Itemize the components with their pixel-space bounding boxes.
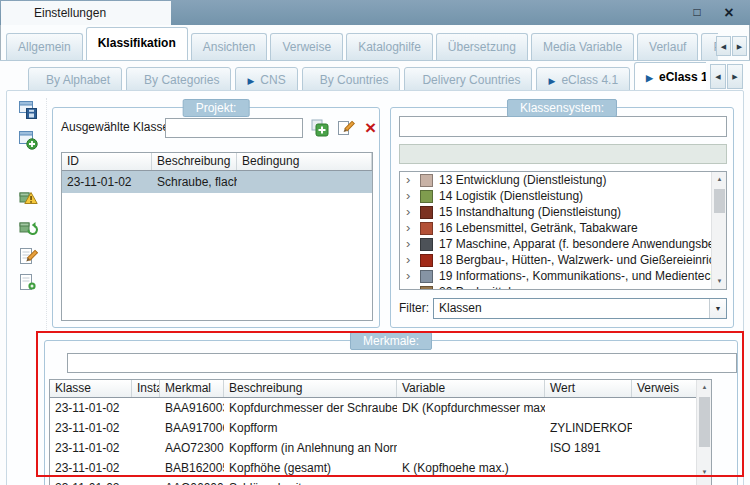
tree-item-18[interactable]: › 18 Bergbau-, Hütten-, Walzwerk- und Gi… bbox=[400, 252, 726, 268]
dropdown-arrow-icon[interactable]: ▼ bbox=[709, 299, 726, 318]
cell-instanz bbox=[132, 438, 160, 458]
column-header-variable[interactable]: Variable bbox=[397, 380, 545, 397]
edit-class-button[interactable] bbox=[337, 119, 355, 137]
tab-uebersetzung[interactable]: Übersetzung bbox=[436, 33, 528, 60]
tab-delivery-countries[interactable]: Delivery Countries bbox=[404, 67, 532, 92]
column-header-merkmal[interactable]: Merkmal bbox=[160, 380, 224, 397]
scroll-up-icon[interactable]: ▲ bbox=[712, 172, 727, 187]
tab-eclass-1001[interactable]: ▶eClass 10.0.1 bbox=[634, 62, 706, 92]
tab-cns[interactable]: ▶CNS bbox=[235, 67, 297, 92]
merkmale-row-1[interactable]: 23-11-01-02 BAA916003 Kopfdurchmesser de… bbox=[50, 398, 711, 418]
scroll-left-icon[interactable]: ◀ bbox=[710, 64, 726, 89]
tree-item-20[interactable]: › 20 Packmittel bbox=[400, 284, 726, 290]
scroll-right-icon[interactable]: ▶ bbox=[727, 64, 743, 89]
cell-beschreibung: Kopfform bbox=[224, 418, 397, 438]
tree-item-label: 20 Packmittel bbox=[439, 285, 511, 290]
tab-by-alphabet[interactable]: By Alphabet bbox=[28, 67, 122, 92]
cell-variable bbox=[397, 418, 545, 438]
merkmale-row-5[interactable]: 23-11-01-02 AAO060002 Schlüsselweite bbox=[50, 478, 711, 485]
merkmale-filter-input[interactable] bbox=[67, 353, 737, 373]
cell-id: 23-11-01-02 bbox=[62, 171, 152, 193]
tree-expander-icon[interactable]: › bbox=[406, 189, 420, 203]
klassensystem-search-input[interactable] bbox=[399, 116, 727, 137]
tree-expander-icon[interactable]: › bbox=[406, 253, 420, 267]
toolbar-update-classification-button[interactable] bbox=[18, 216, 40, 238]
selected-classes-input[interactable] bbox=[165, 118, 303, 138]
column-header-instanz[interactable]: Instanz bbox=[132, 380, 160, 397]
column-header-beschreibung[interactable]: Beschreibung bbox=[224, 380, 397, 397]
delete-class-button[interactable]: × bbox=[365, 119, 376, 137]
cell-verweis bbox=[632, 458, 697, 478]
merkmale-row-2[interactable]: 23-11-01-02 BAA917006 Kopfform ZYLINDERK… bbox=[50, 418, 711, 438]
cell-merkmal: BAA916003 bbox=[160, 398, 224, 418]
merkmale-row-4[interactable]: 23-11-01-02 BAB162005 Kopfhöhe (gesamt) … bbox=[50, 458, 711, 478]
toolbar-save-view-button[interactable] bbox=[18, 100, 40, 122]
tree-item-17[interactable]: › 17 Maschine, Apparat (f. besondere Anw… bbox=[400, 236, 726, 252]
tree-item-19[interactable]: › 19 Informations-, Kommunikations-, und… bbox=[400, 268, 726, 284]
tree-expander-icon[interactable]: › bbox=[406, 173, 420, 187]
tab-eclass-41[interactable]: ▶eClass 4.1 bbox=[536, 67, 630, 92]
merkmale-table-header: Klasse Instanz Merkmal Beschreibung Vari… bbox=[50, 380, 711, 398]
expand-marker-icon: ▶ bbox=[548, 76, 555, 86]
tree-expander-icon[interactable]: › bbox=[406, 285, 420, 290]
projekt-table-row[interactable]: 23-11-01-02 Schraube, flach ... bbox=[62, 171, 372, 193]
merkmale-group-label: Merkmale: bbox=[350, 332, 432, 350]
merkmale-scrollbar[interactable]: ▲ ▼ bbox=[696, 380, 711, 485]
tree-item-label: 17 Maschine, Apparat (f. besondere Anwen… bbox=[439, 237, 727, 251]
toolbar-separator bbox=[46, 98, 47, 330]
tab-by-categories[interactable]: By Categories bbox=[126, 67, 231, 92]
cell-instanz bbox=[132, 458, 160, 478]
cell-wert bbox=[545, 478, 632, 485]
scroll-down-icon[interactable]: ▼ bbox=[697, 465, 712, 480]
tree-expander-icon[interactable]: › bbox=[406, 205, 420, 219]
column-header-wert[interactable]: Wert bbox=[545, 380, 632, 397]
add-class-button[interactable] bbox=[311, 119, 329, 137]
scroll-left-icon[interactable]: ◀ bbox=[716, 36, 731, 56]
cell-klasse: 23-11-01-02 bbox=[50, 458, 132, 478]
tree-item-label: 15 Instandhaltung (Dienstleistung) bbox=[439, 205, 621, 219]
cell-verweis bbox=[632, 438, 697, 458]
column-header-verweis[interactable]: Verweis bbox=[632, 380, 697, 397]
column-header-id[interactable]: ID bbox=[62, 153, 152, 170]
klassensystem-root-bar bbox=[399, 144, 727, 164]
tab-media-variable[interactable]: Media Variable bbox=[531, 33, 634, 60]
cell-verweis bbox=[632, 398, 697, 418]
merkmale-row-3[interactable]: 23-11-01-02 AAO723002 Kopfform (in Anleh… bbox=[50, 438, 711, 458]
add-view-icon bbox=[18, 130, 38, 150]
tree-item-13[interactable]: › 13 Entwicklung (Dienstleistung) bbox=[400, 172, 726, 188]
tree-item-16[interactable]: › 16 Lebensmittel, Getränk, Tabakware bbox=[400, 220, 726, 236]
close-button[interactable]: × bbox=[716, 2, 742, 23]
scrollbar-thumb[interactable] bbox=[714, 189, 725, 213]
toolbar-edit-document-button[interactable] bbox=[18, 246, 40, 268]
tab-allgemein[interactable]: Allgemein bbox=[6, 33, 83, 60]
klassensystem-group: Klassensystem: › 13 Entwicklung (Dienstl… bbox=[390, 107, 734, 328]
filter-dropdown[interactable]: Klassen ▼ bbox=[433, 298, 727, 319]
scrollbar-thumb[interactable] bbox=[699, 397, 710, 447]
tab-kataloghilfe[interactable]: Kataloghilfe bbox=[346, 33, 433, 60]
scroll-up-icon[interactable]: ▲ bbox=[697, 380, 712, 395]
maximize-button[interactable]: □ bbox=[684, 2, 710, 23]
tab-klassifikation[interactable]: Klassifikation bbox=[86, 27, 188, 60]
toolbar-document-settings-button[interactable] bbox=[18, 272, 40, 294]
tree-expander-icon[interactable]: › bbox=[406, 237, 420, 251]
cell-wert: ZYLINDERKOPF bbox=[545, 418, 632, 438]
tree-item-label: 13 Entwicklung (Dienstleistung) bbox=[439, 173, 606, 187]
tab-verweise[interactable]: Verweise bbox=[270, 33, 343, 60]
tab-by-countries[interactable]: By Countries bbox=[302, 67, 401, 92]
tree-expander-icon[interactable]: › bbox=[406, 269, 420, 283]
tab-ansichten[interactable]: Ansichten bbox=[191, 33, 268, 60]
scroll-down-icon[interactable]: ▼ bbox=[712, 274, 727, 289]
toolbar-add-view-button[interactable] bbox=[18, 130, 40, 152]
column-header-beschreibung[interactable]: Beschreibung bbox=[152, 153, 237, 170]
tree-scrollbar[interactable]: ▲ ▼ bbox=[711, 172, 726, 289]
cell-variable bbox=[397, 478, 545, 485]
tree-expander-icon[interactable]: › bbox=[406, 221, 420, 235]
scroll-right-icon[interactable]: ▶ bbox=[732, 36, 747, 56]
toolbar-check-classification-button[interactable] bbox=[18, 186, 40, 208]
column-header-bedingung[interactable]: Bedingung bbox=[237, 153, 372, 170]
tree-item-14[interactable]: › 14 Logistik (Dienstleistung) bbox=[400, 188, 726, 204]
column-header-klasse[interactable]: Klasse bbox=[50, 380, 132, 397]
tab-verlauf[interactable]: Verlauf bbox=[637, 33, 698, 60]
tree-item-15[interactable]: › 15 Instandhaltung (Dienstleistung) bbox=[400, 204, 726, 220]
cell-verweis bbox=[632, 478, 697, 485]
